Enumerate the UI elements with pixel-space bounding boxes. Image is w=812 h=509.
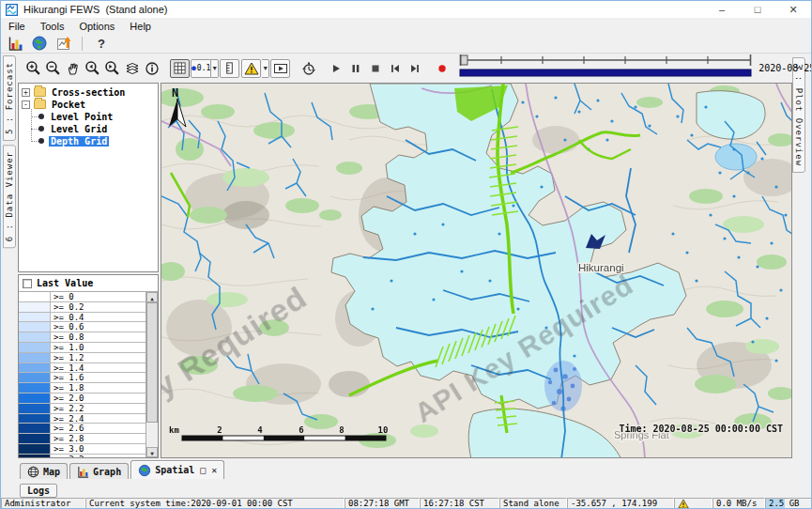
help-button[interactable]: ? bbox=[90, 37, 113, 51]
legend-swatch bbox=[19, 292, 51, 301]
skip-to-start-icon bbox=[389, 62, 402, 75]
logs-button[interactable]: Logs bbox=[20, 484, 57, 498]
tree-item-cross-section[interactable]: + Cross-section bbox=[22, 86, 158, 98]
zoom-out-icon bbox=[45, 60, 61, 76]
legend-row-label: >= 2.6 bbox=[51, 424, 146, 433]
menu-tools[interactable]: Tools bbox=[33, 21, 72, 32]
tree-item-label[interactable]: Cross-section bbox=[50, 87, 127, 98]
warnings-button[interactable] bbox=[241, 59, 261, 78]
svg-text:2: 2 bbox=[217, 425, 222, 435]
layers-icon bbox=[125, 61, 140, 76]
contour-scale-button[interactable]: ● 0.1 bbox=[191, 59, 211, 78]
legend-row: >= 1.4 bbox=[19, 363, 146, 374]
last-value-checkbox[interactable] bbox=[23, 279, 32, 288]
tab-forecast[interactable]: 5 : Forecast bbox=[3, 55, 16, 141]
tree-item-label[interactable]: Level Grid bbox=[49, 124, 109, 134]
tab-maximize-icon[interactable]: □ bbox=[200, 465, 206, 475]
zoom-previous-button[interactable] bbox=[83, 59, 102, 78]
tree-item-pocket[interactable]: - Pocket bbox=[22, 99, 158, 110]
scroll-down-icon[interactable]: ▼ bbox=[146, 447, 158, 457]
legend-row-label: >= 0.6 bbox=[51, 322, 146, 332]
tab-close-icon[interactable]: ✕ bbox=[211, 465, 217, 475]
menu-help[interactable]: Help bbox=[122, 21, 159, 32]
legend-swatch bbox=[19, 373, 51, 382]
legend-swatch bbox=[19, 444, 51, 454]
legend-row-label: >= 0.2 bbox=[51, 302, 146, 312]
timeseries-dialog-button[interactable] bbox=[54, 35, 74, 53]
tree-item-depth-grid[interactable]: Depth Grid bbox=[27, 135, 158, 147]
tree-item-label[interactable]: Pocket bbox=[50, 100, 87, 110]
info-button[interactable] bbox=[142, 59, 161, 78]
tree-item-label-selected[interactable]: Depth Grid bbox=[49, 136, 109, 147]
contour-scale-dropdown[interactable]: ▼ bbox=[211, 59, 219, 78]
timeline-span-bar bbox=[460, 69, 751, 76]
zoom-in-button[interactable] bbox=[23, 59, 43, 78]
tab-plot-overview[interactable]: 3 : Plot Overview bbox=[792, 57, 805, 173]
legend-swatch bbox=[19, 353, 51, 362]
svg-text:km: km bbox=[169, 425, 179, 435]
legend-row: >= 1.0 bbox=[19, 343, 146, 353]
map-canvas[interactable]: API Key Required API Key Required N Hiku… bbox=[161, 84, 792, 458]
legend-swatch bbox=[19, 332, 51, 342]
zoom-next-button[interactable] bbox=[102, 59, 122, 78]
close-button[interactable]: ✕ bbox=[775, 1, 811, 18]
legend-row-label: >= 2.2 bbox=[51, 404, 146, 413]
grid-toggle-button[interactable] bbox=[170, 59, 190, 78]
zoom-previous-icon bbox=[84, 60, 100, 76]
tab-spatial-label: Spatial bbox=[155, 465, 194, 475]
tab-map[interactable]: Map bbox=[20, 463, 68, 479]
legend-row: >= 0.6 bbox=[19, 322, 146, 332]
zoom-in-icon bbox=[25, 60, 41, 76]
collapse-icon[interactable]: - bbox=[22, 100, 30, 109]
minimize-button[interactable]: – bbox=[704, 1, 740, 18]
record-button[interactable] bbox=[432, 59, 452, 78]
map-view[interactable]: API Key Required API Key Required N Hiku… bbox=[161, 83, 792, 458]
legend-row-label: >= 0.8 bbox=[51, 332, 146, 342]
expand-icon[interactable]: + bbox=[22, 88, 30, 97]
toolbar-separator bbox=[82, 37, 83, 51]
status-warning-cell[interactable] bbox=[674, 498, 712, 509]
stop-button[interactable] bbox=[365, 59, 385, 78]
timeline-timestamp: 2020-08-25 00:00:00 CST bbox=[758, 63, 812, 73]
timeline-thumb[interactable] bbox=[461, 55, 467, 65]
folder-icon bbox=[34, 100, 46, 109]
forecast-manager-button[interactable] bbox=[5, 35, 25, 53]
scrollbar-thumb[interactable] bbox=[146, 302, 158, 423]
tab-graph[interactable]: Graph bbox=[69, 463, 129, 479]
map-display-button[interactable] bbox=[29, 35, 50, 53]
to-start-button[interactable] bbox=[385, 59, 405, 78]
time-settings-button[interactable] bbox=[299, 59, 318, 78]
tree-item-label[interactable]: Level Point bbox=[49, 112, 115, 122]
to-end-button[interactable] bbox=[405, 59, 424, 78]
maximize-button[interactable]: □ bbox=[740, 1, 775, 18]
legend-swatch bbox=[19, 393, 51, 403]
warnings-dropdown[interactable]: ▼ bbox=[262, 59, 269, 78]
menu-file[interactable]: File bbox=[1, 21, 33, 32]
legend-row-label: >= 2.4 bbox=[51, 414, 146, 424]
pause-button[interactable] bbox=[345, 59, 365, 78]
legend-row-label: >= 1.6 bbox=[51, 373, 146, 382]
svg-text:8: 8 bbox=[339, 425, 344, 435]
tab-spatial[interactable]: Spatial □ ✕ bbox=[130, 460, 224, 479]
tree-item-level-grid[interactable]: Level Grid bbox=[27, 123, 158, 134]
timeline-slider[interactable] bbox=[459, 54, 752, 83]
warning-icon bbox=[244, 61, 259, 76]
legend-row-label: >= 3.0 bbox=[51, 444, 146, 454]
status-user: Administrator bbox=[1, 498, 85, 509]
menu-options[interactable]: Options bbox=[71, 21, 122, 32]
record-icon bbox=[436, 62, 449, 75]
zoom-out-button[interactable] bbox=[43, 59, 63, 78]
pause-icon bbox=[349, 62, 362, 75]
legend-swatch bbox=[19, 363, 51, 373]
tab-data-viewer[interactable]: 6 : Data Viewer bbox=[3, 145, 16, 248]
play-button[interactable] bbox=[326, 59, 345, 78]
legend-scrollbar[interactable]: ▲ ▼ bbox=[146, 292, 158, 457]
animation-button[interactable] bbox=[270, 59, 290, 78]
pan-button[interactable] bbox=[63, 59, 83, 78]
tree-item-level-point[interactable]: Level Point bbox=[27, 111, 158, 122]
ruler-button[interactable] bbox=[220, 59, 239, 78]
layers-button[interactable] bbox=[122, 59, 142, 78]
scroll-up-icon[interactable]: ▲ bbox=[146, 292, 158, 302]
legend-panel: Last Value >= 0 >= 0.2 >= 0.4 >= 0.6 >= … bbox=[18, 274, 159, 458]
play-icon bbox=[329, 62, 343, 75]
